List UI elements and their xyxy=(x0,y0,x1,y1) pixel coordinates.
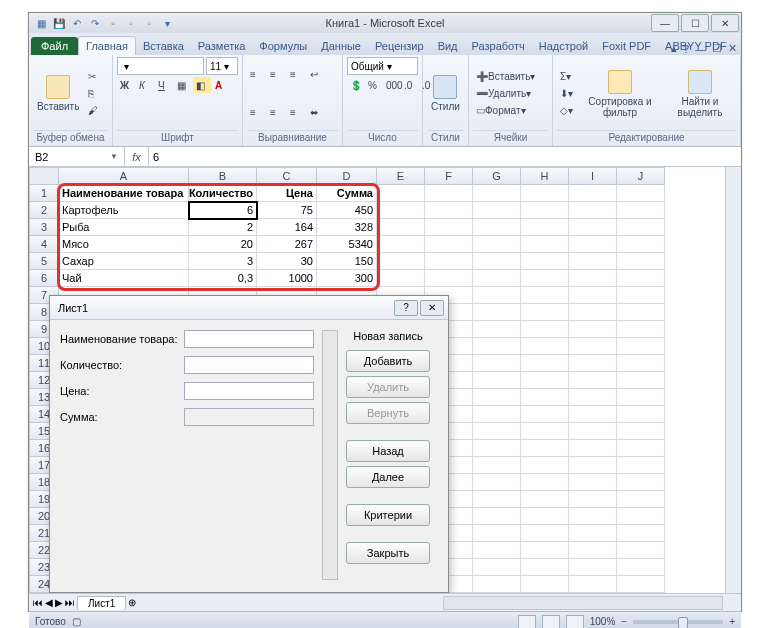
field-input-qty[interactable] xyxy=(184,356,314,374)
zoom-slider[interactable] xyxy=(633,620,723,624)
sheet-nav-last-icon[interactable]: ⏭ xyxy=(65,597,75,608)
cell-I10[interactable] xyxy=(569,338,617,355)
cell-C4[interactable]: 267 xyxy=(257,236,317,253)
dialog-close-button[interactable]: ✕ xyxy=(420,300,444,316)
cell-H19[interactable] xyxy=(521,491,569,508)
cell-I17[interactable] xyxy=(569,457,617,474)
cell-F2[interactable] xyxy=(425,202,473,219)
worksheet-grid[interactable]: ABCDEFGHIJ1Наименование товараКоличество… xyxy=(29,167,741,593)
view-pagebreak-icon[interactable] xyxy=(566,615,584,629)
cell-J12[interactable] xyxy=(617,372,665,389)
zoom-in-icon[interactable]: + xyxy=(729,616,735,627)
cell-C2[interactable]: 75 xyxy=(257,202,317,219)
cell-I20[interactable] xyxy=(569,508,617,525)
cell-I13[interactable] xyxy=(569,389,617,406)
sheet-nav-first-icon[interactable]: ⏮ xyxy=(33,597,43,608)
cell-J19[interactable] xyxy=(617,491,665,508)
cell-H7[interactable] xyxy=(521,287,569,304)
col-header-H[interactable]: H xyxy=(521,167,569,185)
cell-A3[interactable]: Рыба xyxy=(59,219,189,236)
copy-icon[interactable]: ⎘ xyxy=(85,86,103,102)
tab-layout[interactable]: Разметка xyxy=(191,37,253,55)
cell-I9[interactable] xyxy=(569,321,617,338)
cell-J2[interactable] xyxy=(617,202,665,219)
cell-G18[interactable] xyxy=(473,474,521,491)
ribbon-minimize-icon[interactable]: ▴ xyxy=(671,42,677,55)
cell-J21[interactable] xyxy=(617,525,665,542)
view-layout-icon[interactable] xyxy=(542,615,560,629)
name-box[interactable]: B2 ▼ xyxy=(29,147,125,166)
row-header-3[interactable]: 3 xyxy=(29,219,59,236)
cell-D1[interactable]: Сумма xyxy=(317,185,377,202)
cell-G9[interactable] xyxy=(473,321,521,338)
paste-button[interactable]: Вставить xyxy=(33,73,83,114)
sheet-nav-prev-icon[interactable]: ◀ xyxy=(45,597,53,608)
clear-icon[interactable]: ◇▾ xyxy=(557,103,576,119)
cell-G22[interactable] xyxy=(473,542,521,559)
cell-D3[interactable]: 328 xyxy=(317,219,377,236)
doc-close-icon[interactable]: ✕ xyxy=(728,42,737,55)
redo-icon[interactable]: ↷ xyxy=(87,15,103,31)
find-select-button[interactable]: Найти и выделить xyxy=(664,68,736,120)
qat-dropdown-icon[interactable]: ▾ xyxy=(159,15,175,31)
col-header-J[interactable]: J xyxy=(617,167,665,185)
align-center-icon[interactable]: ≡ xyxy=(267,104,285,120)
bold-button[interactable]: Ж xyxy=(117,77,135,93)
merge-icon[interactable]: ⬌ xyxy=(307,104,325,120)
sort-filter-button[interactable]: Сортировка и фильтр xyxy=(578,68,662,120)
qat-btn[interactable]: ▫ xyxy=(123,15,139,31)
form-close-button[interactable]: Закрыть xyxy=(346,542,430,564)
cell-G12[interactable] xyxy=(473,372,521,389)
cell-G11[interactable] xyxy=(473,355,521,372)
cell-F3[interactable] xyxy=(425,219,473,236)
cell-F5[interactable] xyxy=(425,253,473,270)
cell-H6[interactable] xyxy=(521,270,569,287)
tab-insert[interactable]: Вставка xyxy=(136,37,191,55)
cell-J5[interactable] xyxy=(617,253,665,270)
cell-H15[interactable] xyxy=(521,423,569,440)
cell-H9[interactable] xyxy=(521,321,569,338)
cell-I14[interactable] xyxy=(569,406,617,423)
autosum-icon[interactable]: Σ▾ xyxy=(557,69,576,85)
comma-icon[interactable]: 000 xyxy=(383,77,401,93)
cell-J16[interactable] xyxy=(617,440,665,457)
maximize-button[interactable]: ☐ xyxy=(681,14,709,32)
cell-B6[interactable]: 0,3 xyxy=(189,270,257,287)
cell-G19[interactable] xyxy=(473,491,521,508)
cell-C1[interactable]: Цена xyxy=(257,185,317,202)
cell-H11[interactable] xyxy=(521,355,569,372)
cell-H14[interactable] xyxy=(521,406,569,423)
col-header-F[interactable]: F xyxy=(425,167,473,185)
close-button[interactable]: ✕ xyxy=(711,14,739,32)
cell-I16[interactable] xyxy=(569,440,617,457)
cell-J4[interactable] xyxy=(617,236,665,253)
cell-I18[interactable] xyxy=(569,474,617,491)
cell-D4[interactable]: 5340 xyxy=(317,236,377,253)
vertical-scrollbar[interactable] xyxy=(725,167,741,593)
cut-icon[interactable]: ✂ xyxy=(85,69,103,85)
format-painter-icon[interactable]: 🖌 xyxy=(85,103,103,119)
delete-cells-button[interactable]: ➖ Удалить▾ xyxy=(473,86,548,102)
help-icon[interactable]: ? xyxy=(683,43,689,55)
cell-J22[interactable] xyxy=(617,542,665,559)
cell-B4[interactable]: 20 xyxy=(189,236,257,253)
col-header-G[interactable]: G xyxy=(473,167,521,185)
cell-G3[interactable] xyxy=(473,219,521,236)
cell-H21[interactable] xyxy=(521,525,569,542)
cell-E2[interactable] xyxy=(377,202,425,219)
cell-J3[interactable] xyxy=(617,219,665,236)
form-scrollbar[interactable] xyxy=(322,330,338,580)
font-size-combo[interactable]: 11 ▾ xyxy=(206,57,238,75)
cell-G13[interactable] xyxy=(473,389,521,406)
cell-I2[interactable] xyxy=(569,202,617,219)
cell-E6[interactable] xyxy=(377,270,425,287)
form-next-button[interactable]: Далее xyxy=(346,466,430,488)
number-format-combo[interactable]: Общий ▾ xyxy=(347,57,418,75)
border-button[interactable]: ▦ xyxy=(174,77,192,93)
form-add-button[interactable]: Добавить xyxy=(346,350,430,372)
cell-H1[interactable] xyxy=(521,185,569,202)
cell-I5[interactable] xyxy=(569,253,617,270)
tab-data[interactable]: Данные xyxy=(314,37,368,55)
cell-G7[interactable] xyxy=(473,287,521,304)
save-icon[interactable]: 💾 xyxy=(51,15,67,31)
